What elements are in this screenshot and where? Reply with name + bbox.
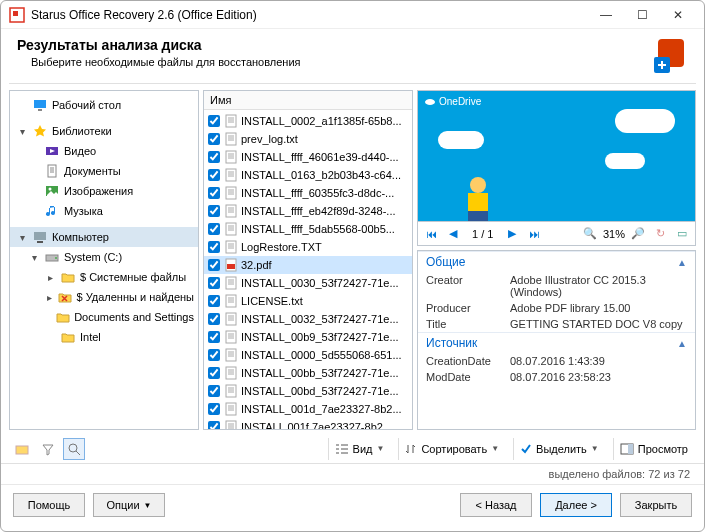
file-row[interactable]: INSTALL_ffff_5dab5568-00b5... bbox=[204, 220, 412, 238]
meta-section-general[interactable]: Общие ▲ bbox=[418, 251, 695, 272]
help-button[interactable]: Помощь bbox=[13, 493, 85, 517]
file-name: INSTALL_00bb_53f72427-71e... bbox=[241, 367, 399, 379]
txt-file-icon bbox=[224, 114, 238, 128]
close-wizard-button[interactable]: Закрыть bbox=[620, 493, 692, 517]
select-dropdown[interactable]: Выделить▼ bbox=[513, 438, 605, 460]
file-checkbox[interactable] bbox=[208, 421, 220, 429]
file-name: INSTALL_0000_5d555068-651... bbox=[241, 349, 402, 361]
tree-item[interactable]: ▾System (C:) bbox=[10, 247, 198, 267]
file-row[interactable]: INSTALL_0000_5d555068-651... bbox=[204, 346, 412, 364]
file-checkbox[interactable] bbox=[208, 331, 220, 343]
page-title: Результаты анализа диска bbox=[17, 37, 652, 53]
file-row[interactable]: INSTALL_00b9_53f72427-71e... bbox=[204, 328, 412, 346]
next-button[interactable]: Далее > bbox=[540, 493, 612, 517]
file-row[interactable]: INSTALL_001d_7ae23327-8b2... bbox=[204, 400, 412, 418]
file-row[interactable]: INSTALL 001f 7ae23327-8b2... bbox=[204, 418, 412, 429]
file-checkbox[interactable] bbox=[208, 241, 220, 253]
view-toolbar: Вид▼ Сортировать▼ Выделить▼ Просмотр bbox=[1, 434, 704, 464]
tree-item[interactable]: ▾Компьютер bbox=[10, 227, 198, 247]
tree-item[interactable]: Рабочий стол bbox=[10, 95, 198, 115]
preview-toggle[interactable]: Просмотр bbox=[613, 438, 694, 460]
tree-item-label: Документы bbox=[64, 165, 121, 177]
folder-tree[interactable]: Рабочий стол▾БиблиотекиВидеоДокументыИзо… bbox=[9, 90, 199, 430]
rotate-button[interactable]: ↻ bbox=[651, 225, 669, 243]
file-row[interactable]: INSTALL_0163_b2b03b43-c64... bbox=[204, 166, 412, 184]
sort-dropdown[interactable]: Сортировать▼ bbox=[398, 438, 505, 460]
search-icon[interactable] bbox=[63, 438, 85, 460]
file-row[interactable]: INSTALL_ffff_eb42f89d-3248-... bbox=[204, 202, 412, 220]
tree-item[interactable]: Видео bbox=[10, 141, 198, 161]
first-page-button[interactable]: ⏮ bbox=[422, 225, 440, 243]
file-name: INSTALL_ffff_eb42f89d-3248-... bbox=[241, 205, 396, 217]
file-row[interactable]: INSTALL_0032_53f72427-71e... bbox=[204, 310, 412, 328]
file-checkbox[interactable] bbox=[208, 169, 220, 181]
file-checkbox[interactable] bbox=[208, 223, 220, 235]
main-area: Рабочий стол▾БиблиотекиВидеоДокументыИзо… bbox=[1, 84, 704, 430]
tree-item[interactable]: Документы bbox=[10, 161, 198, 181]
file-name: INSTALL 001f 7ae23327-8b2... bbox=[241, 421, 392, 429]
tree-item[interactable]: Музыка bbox=[10, 201, 198, 221]
meta-section-source[interactable]: Источник ▲ bbox=[418, 332, 695, 353]
file-checkbox[interactable] bbox=[208, 349, 220, 361]
filter-icon[interactable] bbox=[37, 438, 59, 460]
file-checkbox[interactable] bbox=[208, 403, 220, 415]
tree-item[interactable]: ▸$ Системные файлы bbox=[10, 267, 198, 287]
file-checkbox[interactable] bbox=[208, 205, 220, 217]
txt-file-icon bbox=[224, 240, 238, 254]
next-page-button[interactable]: ▶ bbox=[503, 225, 521, 243]
file-row[interactable]: INSTALL_0030_53f72427-71e... bbox=[204, 274, 412, 292]
svg-rect-11 bbox=[37, 241, 43, 243]
fit-button[interactable]: ▭ bbox=[673, 225, 691, 243]
file-list[interactable]: INSTALL_0002_a1f1385f-65b8...prev_log.tx… bbox=[204, 110, 412, 429]
options-button[interactable]: Опции▼ bbox=[93, 493, 165, 517]
file-name: INSTALL_ffff_5dab5568-00b5... bbox=[241, 223, 395, 235]
file-checkbox[interactable] bbox=[208, 385, 220, 397]
file-row[interactable]: INSTALL_ffff_46061e39-d440-... bbox=[204, 148, 412, 166]
file-checkbox[interactable] bbox=[208, 259, 220, 271]
svg-rect-4 bbox=[34, 100, 46, 108]
file-checkbox[interactable] bbox=[208, 151, 220, 163]
txt-file-icon bbox=[224, 186, 238, 200]
prev-page-button[interactable]: ◀ bbox=[444, 225, 462, 243]
tool-folder-icon[interactable] bbox=[11, 438, 33, 460]
file-row[interactable]: prev_log.txt bbox=[204, 130, 412, 148]
file-row[interactable]: INSTALL_00bd_53f72427-71e... bbox=[204, 382, 412, 400]
back-button[interactable]: < Назад bbox=[460, 493, 532, 517]
txt-file-icon bbox=[224, 384, 238, 398]
column-header-name[interactable]: Имя bbox=[204, 91, 412, 110]
file-checkbox[interactable] bbox=[208, 295, 220, 307]
tree-item[interactable]: ▸$ Удаленны и найдены bbox=[10, 287, 198, 307]
caret-icon: ▸ bbox=[44, 272, 56, 283]
txt-file-icon bbox=[224, 276, 238, 290]
file-row[interactable]: INSTALL_ffff_60355fc3-d8dc-... bbox=[204, 184, 412, 202]
collapse-icon[interactable]: ▲ bbox=[677, 257, 687, 268]
maximize-button[interactable]: ☐ bbox=[624, 3, 660, 27]
file-row[interactable]: LICENSE.txt bbox=[204, 292, 412, 310]
close-button[interactable]: ✕ bbox=[660, 3, 696, 27]
star-icon bbox=[32, 123, 48, 139]
office-plus-icon bbox=[652, 37, 688, 73]
last-page-button[interactable]: ⏭ bbox=[525, 225, 543, 243]
file-checkbox[interactable] bbox=[208, 115, 220, 127]
collapse-icon[interactable]: ▲ bbox=[677, 338, 687, 349]
svg-point-9 bbox=[49, 188, 52, 191]
tree-item[interactable]: ▾Библиотеки bbox=[10, 121, 198, 141]
file-checkbox[interactable] bbox=[208, 133, 220, 145]
zoom-in-button[interactable]: 🔎 bbox=[629, 225, 647, 243]
tree-item[interactable]: Documents and Settings bbox=[10, 307, 198, 327]
file-row[interactable]: LogRestore.TXT bbox=[204, 238, 412, 256]
file-row[interactable]: 32.pdf bbox=[204, 256, 412, 274]
zoom-out-button[interactable]: 🔍 bbox=[581, 225, 599, 243]
tree-item[interactable]: Intel bbox=[10, 327, 198, 347]
tree-item[interactable]: Изображения bbox=[10, 181, 198, 201]
svg-rect-41 bbox=[628, 444, 633, 454]
file-row[interactable]: INSTALL_00bb_53f72427-71e... bbox=[204, 364, 412, 382]
file-checkbox[interactable] bbox=[208, 277, 220, 289]
file-row[interactable]: INSTALL_0002_a1f1385f-65b8... bbox=[204, 112, 412, 130]
view-mode-dropdown[interactable]: Вид▼ bbox=[328, 438, 391, 460]
file-checkbox[interactable] bbox=[208, 367, 220, 379]
file-name: INSTALL_ffff_46061e39-d440-... bbox=[241, 151, 399, 163]
file-checkbox[interactable] bbox=[208, 313, 220, 325]
file-checkbox[interactable] bbox=[208, 187, 220, 199]
minimize-button[interactable]: — bbox=[588, 3, 624, 27]
